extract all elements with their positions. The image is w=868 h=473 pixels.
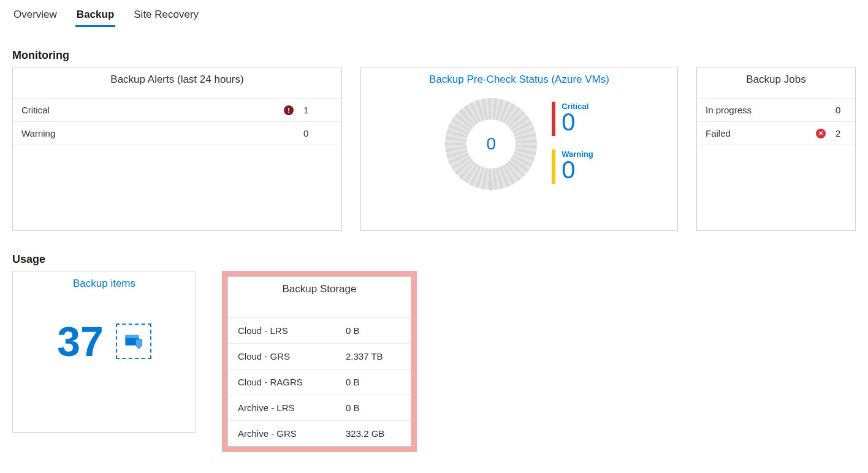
- storage-label: Archive - LRS: [238, 403, 346, 413]
- failed-icon: ✕: [813, 129, 828, 138]
- table-row[interactable]: Cloud - RAGRS 0 B: [228, 369, 411, 395]
- jobs-label-failed: Failed: [706, 128, 813, 138]
- precheck-body: 0 Critical 0 Warning 0: [361, 98, 677, 190]
- alert-value-critical: 1: [296, 105, 333, 115]
- table-row[interactable]: Archive - GRS 323.2 GB: [228, 420, 411, 446]
- status-warning: Warning 0: [552, 149, 593, 184]
- backup-storage-title: Backup Storage: [228, 277, 411, 317]
- alert-label-critical: Critical: [21, 105, 281, 115]
- storage-label: Cloud - GRS: [238, 351, 346, 361]
- table-row[interactable]: In progress 0: [697, 98, 855, 121]
- storage-label: Archive - GRS: [238, 428, 346, 439]
- backup-alerts-table: Critical ! 1 Warning 0: [13, 98, 341, 145]
- storage-value: 0 B: [346, 377, 401, 387]
- donut-ring-icon: 0: [445, 98, 537, 190]
- usage-title: Usage: [12, 253, 856, 266]
- storage-value: 0 B: [346, 403, 401, 413]
- storage-value: 323.2 GB: [346, 428, 401, 439]
- table-row[interactable]: Warning 0: [13, 121, 341, 145]
- backup-alerts-title: Backup Alerts (last 24 hours): [13, 67, 341, 98]
- status-critical-value: 0: [562, 111, 588, 133]
- status-critical: Critical 0: [552, 102, 593, 136]
- precheck-legend: Critical 0 Warning 0: [552, 98, 593, 184]
- donut-tick-icon: [490, 180, 492, 191]
- table-row[interactable]: Cloud - GRS 2.337 TB: [228, 343, 411, 369]
- storage-label: Cloud - RAGRS: [238, 377, 346, 387]
- backup-storage-highlight: Backup Storage Cloud - LRS 0 B Cloud - G…: [222, 271, 417, 452]
- tab-overview[interactable]: Overview: [12, 5, 58, 27]
- monitoring-title: Monitoring: [12, 49, 856, 62]
- critical-alert-icon: !: [281, 105, 296, 115]
- monitoring-row: Backup Alerts (last 24 hours) Critical !…: [12, 67, 856, 231]
- jobs-label-inprogress: In progress: [706, 105, 813, 115]
- exclamation-icon: !: [284, 105, 294, 115]
- status-warning-value: 0: [562, 159, 593, 181]
- tab-site-recovery[interactable]: Site Recovery: [132, 5, 200, 27]
- backup-items-title[interactable]: Backup items: [13, 271, 196, 302]
- alert-value-warning: 0: [296, 128, 333, 138]
- donut-center-value: 0: [466, 119, 516, 168]
- critical-bar-icon: [552, 102, 555, 136]
- table-row[interactable]: Failed ✕ 2: [697, 121, 855, 145]
- table-row[interactable]: Cloud - LRS 0 B: [228, 317, 411, 343]
- backup-jobs-table: In progress 0 Failed ✕ 2: [697, 98, 855, 145]
- svg-rect-1: [125, 335, 139, 338]
- backup-jobs-title: Backup Jobs: [697, 67, 855, 98]
- backup-storage-tile[interactable]: Backup Storage Cloud - LRS 0 B Cloud - G…: [227, 276, 411, 447]
- backup-jobs-tile[interactable]: Backup Jobs In progress 0 Failed ✕ 2: [696, 67, 856, 231]
- table-row[interactable]: Archive - LRS 0 B: [228, 395, 411, 420]
- backup-items-icon-box: [116, 324, 151, 359]
- storage-label: Cloud - LRS: [238, 325, 346, 336]
- usage-row: Backup items 37 Backup Storage Cloud - L…: [12, 271, 856, 452]
- jobs-value-failed: 2: [828, 128, 847, 138]
- backup-items-body: 37: [13, 302, 196, 362]
- tab-bar: Overview Backup Site Recovery: [12, 0, 856, 27]
- x-circle-icon: ✕: [816, 129, 826, 138]
- alert-label-warning: Warning: [21, 128, 281, 138]
- precheck-title[interactable]: Backup Pre-Check Status (Azure VMs): [361, 67, 677, 98]
- warning-bar-icon: [552, 149, 555, 184]
- storage-value: 2.337 TB: [346, 351, 401, 361]
- table-row[interactable]: Critical ! 1: [13, 98, 341, 121]
- storage-value: 0 B: [346, 325, 401, 336]
- precheck-tile[interactable]: Backup Pre-Check Status (Azure VMs) 0 Cr…: [360, 67, 678, 231]
- precheck-donut: 0: [445, 98, 537, 190]
- jobs-value-inprogress: 0: [828, 105, 847, 115]
- backup-items-tile[interactable]: Backup items 37: [12, 271, 196, 433]
- backup-shield-icon: [123, 331, 144, 352]
- backup-items-count: 37: [57, 320, 104, 362]
- backup-alerts-tile[interactable]: Backup Alerts (last 24 hours) Critical !…: [12, 67, 342, 231]
- tab-backup[interactable]: Backup: [75, 5, 115, 27]
- backup-storage-table: Cloud - LRS 0 B Cloud - GRS 2.337 TB Clo…: [228, 317, 411, 446]
